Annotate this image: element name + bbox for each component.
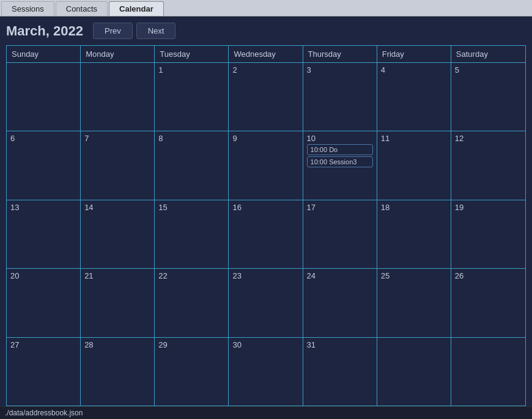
day-cell-3-2[interactable]: 22 <box>155 269 229 337</box>
day-number: 8 <box>158 134 224 143</box>
day-number: 15 <box>158 203 224 212</box>
day-header-tuesday: Tuesday <box>155 46 229 62</box>
day-cell-3-0[interactable]: 20 <box>7 269 81 337</box>
day-number: 23 <box>232 271 298 280</box>
day-cell-4-5[interactable] <box>377 338 451 406</box>
day-header-wednesday: Wednesday <box>229 46 303 62</box>
app-container: Sessions Contacts Calendar March, 2022 P… <box>0 0 532 419</box>
day-number: 25 <box>381 271 447 280</box>
day-cell-2-6[interactable]: 19 <box>451 200 525 268</box>
day-number: 21 <box>84 271 150 280</box>
next-button[interactable]: Next <box>136 23 176 39</box>
day-cell-1-5[interactable]: 11 <box>377 131 451 199</box>
calendar-grid: Sunday Monday Tuesday Wednesday Thursday… <box>6 45 526 406</box>
day-number: 6 <box>10 134 76 143</box>
day-cell-2-5[interactable]: 18 <box>377 200 451 268</box>
day-headers-row: Sunday Monday Tuesday Wednesday Thursday… <box>7 46 525 63</box>
day-number: 4 <box>381 65 447 75</box>
day-number: 22 <box>158 271 224 280</box>
day-cell-0-1[interactable] <box>81 63 155 131</box>
day-number: 27 <box>10 340 76 349</box>
week-row-3: 20212223242526 <box>7 269 525 337</box>
tab-calendar[interactable]: Calendar <box>109 1 164 16</box>
week-row-4: 2728293031 <box>7 338 525 406</box>
day-cell-1-6[interactable]: 12 <box>451 131 525 199</box>
day-header-friday: Friday <box>377 46 451 62</box>
day-header-monday: Monday <box>81 46 155 62</box>
day-cell-1-0[interactable]: 6 <box>7 131 81 199</box>
tab-bar: Sessions Contacts Calendar <box>0 0 532 16</box>
day-cell-3-1[interactable]: 21 <box>81 269 155 337</box>
event-item-1-4-0[interactable]: 10:00 Do <box>307 144 373 155</box>
day-cell-0-4[interactable]: 3 <box>303 63 377 131</box>
day-cell-0-5[interactable]: 4 <box>377 63 451 131</box>
day-number: 30 <box>232 340 298 349</box>
calendar-area: March, 2022 Prev Next Sunday Monday Tues… <box>0 16 532 406</box>
day-number: 9 <box>232 134 298 143</box>
day-cell-0-2[interactable]: 1 <box>155 63 229 131</box>
day-number: 12 <box>455 134 522 143</box>
day-number: 3 <box>307 65 373 75</box>
day-number: 11 <box>381 134 447 143</box>
day-number: 13 <box>10 203 76 212</box>
calendar-header: March, 2022 Prev Next <box>6 23 526 39</box>
day-cell-2-0[interactable]: 13 <box>7 200 81 268</box>
day-cell-3-3[interactable]: 23 <box>229 269 303 337</box>
event-item-1-4-1[interactable]: 10:00 Session3 <box>307 156 373 167</box>
status-text: ./data/addressbook.json <box>5 409 83 417</box>
day-cell-3-4[interactable]: 24 <box>303 269 377 337</box>
day-cell-1-2[interactable]: 8 <box>155 131 229 199</box>
day-number: 14 <box>84 203 150 212</box>
tab-contacts[interactable]: Contacts <box>56 1 108 16</box>
week-row-2: 13141516171819 <box>7 200 525 269</box>
week-row-1: 67891010:00 Do10:00 Session31112 <box>7 131 525 200</box>
prev-button[interactable]: Prev <box>93 23 133 39</box>
day-number: 24 <box>307 271 373 280</box>
day-number: 10 <box>307 134 373 143</box>
day-number: 20 <box>10 271 76 280</box>
day-cell-3-6[interactable]: 26 <box>451 269 525 337</box>
day-header-saturday: Saturday <box>451 46 525 62</box>
day-number: 7 <box>84 134 150 143</box>
day-header-thursday: Thursday <box>303 46 377 62</box>
month-title: March, 2022 <box>6 23 83 39</box>
status-bar: ./data/addressbook.json <box>0 406 532 419</box>
day-number: 28 <box>84 340 150 349</box>
day-cell-1-4[interactable]: 1010:00 Do10:00 Session3 <box>303 131 377 199</box>
day-cell-0-3[interactable]: 2 <box>229 63 303 131</box>
day-header-sunday: Sunday <box>7 46 81 62</box>
day-cell-4-4[interactable]: 31 <box>303 338 377 406</box>
day-number: 31 <box>307 340 373 349</box>
day-cell-1-1[interactable]: 7 <box>81 131 155 199</box>
day-cell-2-2[interactable]: 15 <box>155 200 229 268</box>
day-cell-4-3[interactable]: 30 <box>229 338 303 406</box>
day-cell-2-3[interactable]: 16 <box>229 200 303 268</box>
week-row-0: 12345 <box>7 63 525 131</box>
day-number: 5 <box>455 65 522 75</box>
day-number: 16 <box>232 203 298 212</box>
day-cell-4-2[interactable]: 29 <box>155 338 229 406</box>
day-cell-0-0[interactable] <box>7 63 81 131</box>
day-cell-4-6[interactable] <box>451 338 525 406</box>
tab-sessions[interactable]: Sessions <box>1 1 54 16</box>
day-cell-0-6[interactable]: 5 <box>451 63 525 131</box>
day-cell-4-0[interactable]: 27 <box>7 338 81 406</box>
day-number: 17 <box>307 203 373 212</box>
day-cell-1-3[interactable]: 9 <box>229 131 303 199</box>
day-cell-2-4[interactable]: 17 <box>303 200 377 268</box>
day-cell-4-1[interactable]: 28 <box>81 338 155 406</box>
day-number: 19 <box>455 203 522 212</box>
day-number: 29 <box>158 340 224 349</box>
day-number: 1 <box>158 65 224 75</box>
day-number: 26 <box>455 271 522 280</box>
day-number: 18 <box>381 203 447 212</box>
day-cell-3-5[interactable]: 25 <box>377 269 451 337</box>
weeks-container: 1234567891010:00 Do10:00 Session31112131… <box>7 63 525 406</box>
day-cell-2-1[interactable]: 14 <box>81 200 155 268</box>
day-number: 2 <box>232 65 298 75</box>
